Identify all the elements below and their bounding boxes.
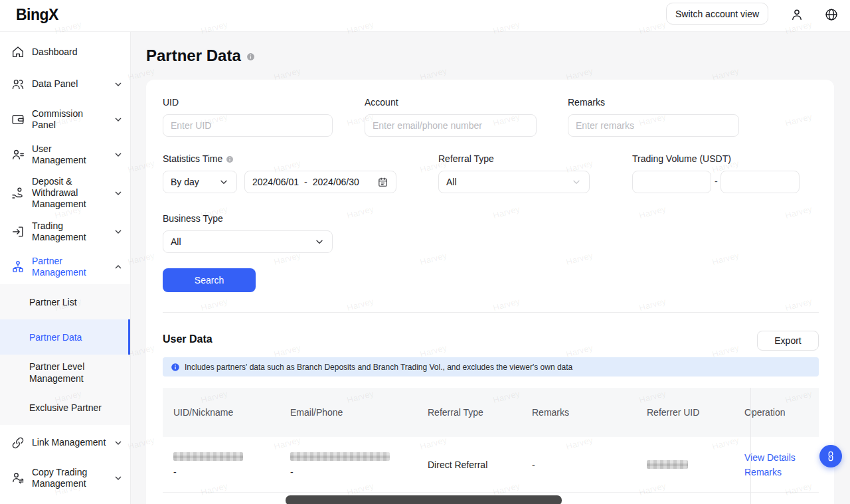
- language-globe-icon[interactable]: [824, 7, 839, 22]
- account-label: Account: [365, 97, 398, 108]
- top-header: BingX Switch account view: [0, 0, 850, 32]
- export-button[interactable]: Export: [757, 331, 819, 351]
- info-icon[interactable]: [226, 155, 234, 163]
- sidebar-nav: DashboardData PanelCommission PanelUser …: [0, 32, 130, 504]
- chevron-down-icon: [113, 473, 124, 483]
- cell-referrer-uid: [636, 437, 734, 492]
- sidebar-item-commission-panel[interactable]: Commission Panel: [0, 102, 130, 137]
- nickname-placeholder: -: [173, 467, 272, 477]
- sidebar-subitem-partner-level-management[interactable]: Partner Level Management: [0, 355, 130, 390]
- statistics-granularity-select[interactable]: By day: [163, 171, 237, 193]
- chevron-down-icon: [218, 177, 229, 187]
- view-details-link[interactable]: View Details: [744, 450, 811, 465]
- masked-email-value: [290, 452, 390, 461]
- trading-volume-max-input[interactable]: [721, 171, 800, 193]
- phone-placeholder: -: [290, 467, 409, 477]
- commission-icon: [11, 112, 25, 127]
- sidebar-item-label: Data Panel: [32, 78, 106, 90]
- cell-operation: View DetailsRemarks: [734, 437, 819, 492]
- sidebar-item-user-management[interactable]: User Management: [0, 137, 130, 172]
- chevron-down-icon: [571, 177, 582, 187]
- sidebar: DashboardData PanelCommission PanelUser …: [0, 32, 131, 504]
- statistics-time-label-text: Statistics Time: [163, 153, 222, 164]
- sidebar-item-link-management[interactable]: Link Management: [0, 425, 130, 460]
- sidebar-subitem-partner-list[interactable]: Partner List: [0, 284, 130, 319]
- sidebar-item-label: Dashboard: [32, 46, 124, 58]
- deposit-withdrawal-icon: [11, 186, 25, 201]
- link-icon: [823, 449, 839, 464]
- notice-banner: Includes partners' data such as Branch D…: [163, 357, 819, 377]
- table-header-row: UID/NicknameEmail/PhoneReferral TypeRema…: [163, 388, 819, 437]
- trading-icon: [11, 224, 25, 239]
- sidebar-item-data-panel[interactable]: Data Panel: [0, 66, 130, 102]
- remarks-cell-value: -: [532, 460, 628, 470]
- remarks-input[interactable]: [568, 114, 739, 137]
- sidebar-item-deposit-withdrawal-management[interactable]: Deposit & Withdrawal Management: [0, 172, 130, 214]
- user-data-title: User Data: [163, 333, 212, 345]
- link-icon: [11, 436, 25, 450]
- sidebar-item-partner-management[interactable]: Partner Management: [0, 249, 130, 284]
- chevron-down-icon: [113, 438, 124, 448]
- sidebar-item-label: Copy Trading Management: [32, 467, 106, 489]
- column-header-uid-nickname: UID/Nickname: [163, 388, 280, 437]
- switch-account-view-button[interactable]: Switch account view: [666, 3, 768, 25]
- notice-text: Includes partners' data such as Branch D…: [185, 363, 572, 372]
- user-account-icon[interactable]: [790, 7, 804, 22]
- sidebar-item-trading-management[interactable]: Trading Management: [0, 214, 130, 249]
- chevron-down-icon: [113, 226, 124, 237]
- cell-referral-type: Direct Referral: [417, 437, 521, 492]
- bingx-logo: BingX: [16, 6, 58, 24]
- table-row: - - Direct Referral - View DetailsRemark…: [163, 437, 819, 493]
- filter-and-data-card: UID Account Remarks Statistics Time By d…: [146, 80, 834, 504]
- chevron-down-icon: [314, 236, 325, 247]
- sidebar-subitem-exclusive-partner[interactable]: Exclusive Partner: [0, 390, 130, 425]
- sidebar-subitem-partner-data[interactable]: Partner Data: [0, 319, 130, 355]
- section-divider: [163, 312, 819, 313]
- uid-input[interactable]: [163, 114, 333, 137]
- granularity-value: By day: [171, 177, 218, 187]
- sidebar-item-my-referral-page[interactable]: My Referral Page: [0, 495, 130, 504]
- chevron-down-icon: [113, 149, 124, 160]
- uid-label: UID: [163, 97, 179, 108]
- trading-volume-min-input[interactable]: [632, 171, 711, 193]
- sidebar-item-copy-trading-management[interactable]: Copy Trading Management: [0, 460, 130, 495]
- referral-type-label: Referral Type: [438, 153, 494, 164]
- referral-type-select[interactable]: All: [438, 171, 590, 193]
- column-header-remarks: Remarks: [521, 388, 636, 437]
- sidebar-item-label: Commission Panel: [32, 108, 106, 131]
- column-header-operation: Operation: [734, 388, 819, 437]
- cell-remarks: -: [521, 437, 636, 492]
- search-button[interactable]: Search: [163, 268, 256, 292]
- chevron-down-icon: [113, 188, 124, 199]
- masked-referrer-uid-value: [647, 460, 688, 469]
- sidebar-item-label: Link Management: [32, 437, 106, 448]
- copy-trading-icon: [11, 471, 25, 485]
- volume-range-separator: -: [715, 176, 718, 187]
- horizontal-scrollbar-thumb[interactable]: [286, 495, 562, 504]
- referral-type-value: All: [446, 177, 571, 187]
- user-data-table: UID/NicknameEmail/PhoneReferral TypeRema…: [163, 388, 819, 493]
- date-separator: -: [304, 177, 307, 187]
- account-input[interactable]: [365, 114, 537, 137]
- business-type-select[interactable]: All: [163, 230, 333, 253]
- column-header-referrer-uid: Referrer UID: [636, 388, 734, 437]
- floating-link-button[interactable]: [819, 445, 842, 467]
- sidebar-item-label: Deposit & Withdrawal Management: [32, 176, 106, 210]
- main-content: Partner Data UID Account Remarks Statist…: [131, 32, 850, 504]
- user-management-icon: [11, 147, 25, 162]
- trading-volume-label: Trading Volume (USDT): [632, 153, 731, 164]
- column-header-email-phone: Email/Phone: [280, 388, 417, 437]
- column-header-referral-type: Referral Type: [417, 388, 521, 437]
- end-date: 2024/06/30: [313, 177, 359, 187]
- sidebar-item-label: Trading Management: [32, 220, 106, 243]
- info-icon[interactable]: [246, 52, 255, 61]
- data-panel-icon: [11, 77, 25, 92]
- sidebar-item-dashboard[interactable]: Dashboard: [0, 37, 130, 66]
- page-title-text: Partner Data: [146, 46, 241, 65]
- calendar-icon: [377, 177, 388, 188]
- remarks-link[interactable]: Remarks: [744, 465, 811, 479]
- partner-management-submenu: Partner ListPartner DataPartner Level Ma…: [0, 284, 130, 425]
- chevron-down-icon: [113, 114, 124, 125]
- date-range-picker[interactable]: 2024/06/01 - 2024/06/30: [244, 171, 396, 193]
- start-date: 2024/06/01: [252, 177, 299, 187]
